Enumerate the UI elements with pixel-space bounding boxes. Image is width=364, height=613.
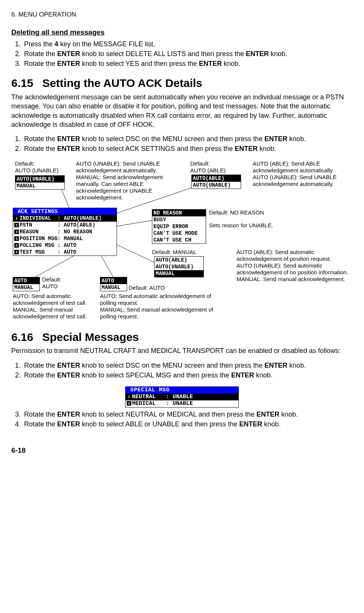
test-desc: AUTO: Send automatic acknowledgement of … [13, 293, 107, 320]
step: Rotate the ENTER knob to select DSC on t… [23, 361, 353, 370]
polling-popup: AUTO MANUAL [100, 277, 127, 291]
section-616-steps-34: Rotate the ENTER knob to select NEUTRAL … [11, 410, 353, 429]
position-desc: AUTO (ABLE): Send automatic acknowledgem… [237, 249, 353, 283]
pstn-default: Default: AUTO (ABLE) [190, 160, 235, 174]
section-616-intro: Permission to transmit NEUTRAL CRAFT and… [11, 346, 353, 355]
reason-desc: Sets reason for UNABLE. [209, 222, 273, 229]
section-616-title: 6.16Special Messages [11, 330, 353, 345]
section-615-intro: The acknowledgement message can be sent … [11, 93, 353, 129]
step: Rotate the ENTER knob to select ACK SETT… [23, 144, 353, 153]
deleting-title: Deleting all send messages [11, 27, 353, 37]
individual-popup: AUTO(UNABLE) MANUAL [15, 175, 65, 190]
test-popup: AUTO MANUAL [13, 277, 40, 291]
reason-default: Default: NO REASON [209, 209, 264, 216]
position-default: Default: MANUAL [152, 249, 196, 256]
section-616-steps-12: Rotate the ENTER knob to select DSC on t… [11, 361, 353, 380]
step: Rotate the ENTER knob to select DELETE A… [23, 49, 353, 58]
page-header: 6. MENU OPERATION [11, 11, 353, 19]
test-default: Default: AUTO [42, 276, 80, 290]
step: Rotate the ENTER knob to select SPECIAL … [23, 371, 353, 380]
pstn-popup: AUTO(ABLE) AUTO(UNABLE) [191, 175, 241, 189]
step: Rotate the ENTER knob to select NEUTRAL … [23, 410, 353, 419]
pstn-desc: AUTO (ABLE): Send ABLE acknowledgement a… [253, 160, 355, 187]
step: Rotate the ENTER knob to select YES and … [23, 59, 353, 68]
section-615-title: 6.15Setting the AUTO ACK Details [11, 76, 353, 91]
section-615-steps: Rotate the ENTER knob to select DSC on t… [11, 134, 353, 154]
reason-popup: NO REASON BUSY EQUIP ERROR CAN'T USE MOD… [152, 209, 206, 244]
position-popup: AUTO(ABLE) AUTO(UNABLE) MANUAL [154, 256, 204, 277]
step: Rotate the ENTER knob to select ABLE or … [23, 420, 353, 429]
special-msg-box: SPECIAL MSG 1NEUTRAL : UNABLE2MEDICAL : … [125, 386, 239, 408]
individual-default: Default: AUTO (UNABLE) [15, 160, 68, 174]
polling-desc: AUTO: Send automatic acknowledgement of … [100, 293, 220, 320]
step: Press the 4 key on the MESSAGE FILE list… [23, 40, 353, 49]
ack-diagram: Default: AUTO (UNABLE) AUTO (UNABLE): Se… [13, 160, 355, 322]
step: Rotate the ENTER knob to select DSC on t… [23, 134, 353, 143]
page-number: 6-18 [11, 446, 353, 455]
individual-desc: AUTO (UNABLE): Send UNABLE acknowledgeme… [76, 160, 186, 201]
ack-settings-box: ACK SETTINGS 1INDIVIDUAL : AUTO(UNABLE)2… [13, 208, 117, 256]
polling-default: Default: AUTO [129, 284, 165, 291]
deleting-steps: Press the 4 key on the MESSAGE FILE list… [11, 40, 353, 68]
